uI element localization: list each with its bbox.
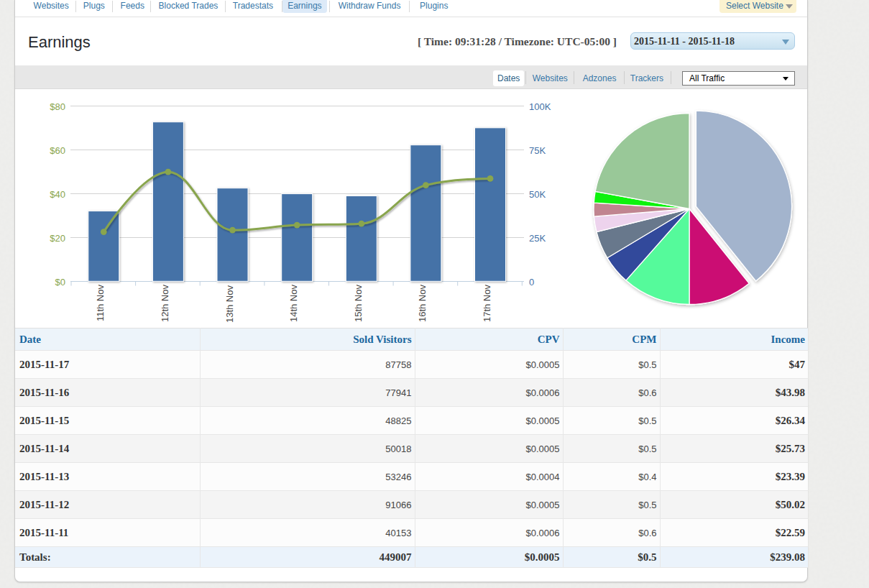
svg-text:17th Nov: 17th Nov — [482, 285, 492, 323]
svg-text:15th Nov: 15th Nov — [353, 285, 364, 323]
svg-text:100K: 100K — [529, 101, 551, 112]
svg-text:50K: 50K — [529, 189, 546, 200]
svg-text:$80: $80 — [50, 101, 65, 112]
svg-text:$20: $20 — [50, 233, 65, 244]
svg-text:14th Nov: 14th Nov — [288, 285, 299, 323]
svg-text:75K: 75K — [529, 145, 546, 156]
svg-text:$0: $0 — [55, 277, 65, 288]
svg-text:$60: $60 — [50, 145, 65, 156]
svg-text:$40: $40 — [50, 189, 65, 200]
svg-text:0: 0 — [529, 277, 534, 288]
svg-text:16th Nov: 16th Nov — [417, 285, 428, 323]
svg-text:12th Nov: 12th Nov — [160, 285, 170, 323]
svg-text:11th Nov: 11th Nov — [95, 285, 106, 322]
svg-text:25K: 25K — [529, 233, 546, 244]
svg-text:13th Nov: 13th Nov — [224, 285, 235, 323]
